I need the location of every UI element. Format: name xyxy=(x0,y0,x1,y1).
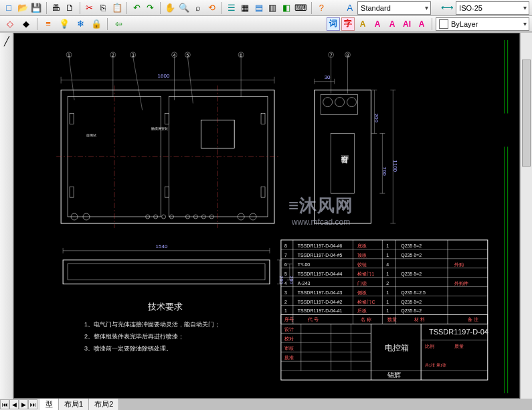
svg-text:1: 1 xyxy=(284,308,287,313)
layer-color-dropdown[interactable]: ByLayer xyxy=(436,17,529,31)
help-icon[interactable]: ? xyxy=(315,1,328,15)
svg-text:门锁: 门锁 xyxy=(358,281,367,286)
tool-palettes-icon[interactable]: ▤ xyxy=(252,1,265,15)
plot-preview-icon[interactable]: 🗋 xyxy=(64,1,76,15)
svg-text:5: 5 xyxy=(284,272,287,276)
tab-first-icon[interactable]: ⏮ xyxy=(0,399,9,409)
design-center-icon[interactable]: ▦ xyxy=(239,1,252,15)
svg-rect-5 xyxy=(70,187,74,197)
svg-text:6: 6 xyxy=(284,262,287,267)
svg-text:1: 1 xyxy=(68,53,70,58)
svg-text:质量: 质量 xyxy=(454,344,464,348)
svg-point-14 xyxy=(162,215,166,219)
svg-text:TSSDR1197-D-04-#3: TSSDR1197-D-04-#3 xyxy=(298,290,343,295)
svg-text:外购件: 外购件 xyxy=(454,281,468,286)
svg-text:Q235  δ=2.5: Q235 δ=2.5 xyxy=(401,290,426,296)
svg-text:4: 4 xyxy=(284,281,287,286)
svg-text:自测试: 自测试 xyxy=(86,133,96,137)
vertical-scrollbar[interactable] xyxy=(520,33,532,399)
left-toolbar: ╱ xyxy=(0,33,13,399)
svg-rect-8 xyxy=(261,114,265,124)
svg-text:1600: 1600 xyxy=(158,73,170,79)
tab-prev-icon[interactable]: ◀ xyxy=(9,399,19,409)
layer-off-icon[interactable]: ◆ xyxy=(19,17,33,31)
zoom-realtime-icon[interactable]: 🔍 xyxy=(178,1,191,15)
save-icon[interactable]: 💾 xyxy=(30,1,43,15)
zoom-prev-icon[interactable]: ⟲ xyxy=(205,1,218,15)
svg-text:序号: 序号 xyxy=(284,317,294,322)
a1-button[interactable]: A xyxy=(371,17,384,31)
svg-text:TSSDR1197-D-04: TSSDR1197-D-04 xyxy=(429,328,489,336)
a3-button[interactable]: AI xyxy=(400,17,414,31)
tab-layout1[interactable]: 布局1 xyxy=(59,399,89,410)
svg-text:顶板: 顶板 xyxy=(358,253,367,258)
freeze-icon[interactable]: ❄ xyxy=(73,17,88,31)
svg-text:200: 200 xyxy=(373,114,379,123)
undo-icon[interactable]: ↶ xyxy=(130,1,143,15)
qcalc-icon[interactable]: ⌨ xyxy=(294,1,308,15)
svg-text:8: 8 xyxy=(284,243,287,248)
stack-a-button[interactable]: A xyxy=(356,17,369,31)
copy-icon[interactable]: ⎘ xyxy=(97,1,110,15)
layer-prev-icon[interactable]: ⇦ xyxy=(111,17,126,31)
scrollbar-thumb[interactable] xyxy=(522,60,531,167)
tab-next-icon[interactable]: ▶ xyxy=(19,399,28,409)
tab-last-icon[interactable]: ⏭ xyxy=(28,399,37,409)
dim-style-dropdown[interactable]: ISO-25 xyxy=(456,1,529,15)
a4-button[interactable]: A xyxy=(415,17,428,31)
redo-icon[interactable]: ↷ xyxy=(145,1,157,15)
svg-text:2、整体组装件表完毕后再进行喷漆；: 2、整体组装件表完毕后再进行喷漆； xyxy=(84,333,184,340)
tab-model[interactable]: 型 xyxy=(40,399,59,410)
svg-point-28 xyxy=(335,98,345,107)
text-style-dropdown[interactable]: Standard xyxy=(357,1,431,15)
lock-icon[interactable]: 🔒 xyxy=(89,17,104,31)
svg-text:Q235  δ=2: Q235 δ=2 xyxy=(401,308,422,314)
svg-text:260: 260 xyxy=(289,276,294,284)
light-icon[interactable]: 💡 xyxy=(57,17,72,31)
svg-text:5: 5 xyxy=(186,53,189,58)
tab-layout2[interactable]: 布局2 xyxy=(89,399,119,410)
svg-text:1: 1 xyxy=(386,243,389,248)
svg-text:TSSDR1197-D-04-#4: TSSDR1197-D-04-#4 xyxy=(298,272,343,276)
layer-icon[interactable]: ◇ xyxy=(3,17,17,31)
title-block: 8TSSDR1197-D-04-#6底板1Q235 δ=27TSSDR1197-… xyxy=(281,240,489,380)
dim-style-icon[interactable]: ⟷ xyxy=(440,1,454,15)
text-style-icon[interactable]: A xyxy=(344,1,357,15)
svg-text:1540: 1540 xyxy=(156,243,168,249)
svg-text:铰链: 铰链 xyxy=(357,262,367,268)
svg-text:TSSDR1197-D-04-#1: TSSDR1197-D-04-#1 xyxy=(298,308,343,313)
new-icon[interactable]: □ xyxy=(3,1,15,15)
a2-button[interactable]: A xyxy=(385,17,399,31)
svg-rect-78 xyxy=(63,260,270,284)
drawing-viewport[interactable]: 打百叶窗 30 200 700 1100 1600 1 2 3 xyxy=(13,33,520,399)
line-icon[interactable]: ╱ xyxy=(0,34,14,47)
svg-text:6: 6 xyxy=(240,53,242,58)
svg-text:代  号: 代 号 xyxy=(307,317,319,322)
pan-icon[interactable]: ✋ xyxy=(164,1,177,15)
svg-text:260: 260 xyxy=(279,276,284,284)
svg-text:Q235  δ=2: Q235 δ=2 xyxy=(401,300,422,305)
ci-button[interactable]: 词 xyxy=(327,17,340,31)
open-icon[interactable]: 📂 xyxy=(17,1,29,15)
cut-icon[interactable]: ✂ xyxy=(84,1,96,15)
svg-point-27 xyxy=(323,98,333,107)
svg-text:7: 7 xyxy=(330,53,333,58)
layer-states-icon[interactable]: ≡ xyxy=(41,17,56,31)
svg-line-52 xyxy=(69,57,74,100)
svg-text:外购: 外购 xyxy=(454,262,464,267)
properties-icon[interactable]: ☰ xyxy=(225,1,238,15)
svg-text:Q235  δ=2: Q235 δ=2 xyxy=(401,243,422,249)
paste-icon[interactable]: 📋 xyxy=(111,1,124,15)
sheet-set-icon[interactable]: ▥ xyxy=(266,1,279,15)
zoom-window-icon[interactable]: ⌕ xyxy=(191,1,204,15)
svg-rect-6 xyxy=(165,114,169,124)
svg-point-29 xyxy=(347,98,357,107)
svg-rect-25 xyxy=(315,90,371,223)
svg-line-56 xyxy=(133,57,143,110)
svg-text:锦辉: 锦辉 xyxy=(387,371,401,379)
svg-text:3: 3 xyxy=(284,290,287,295)
markup-icon[interactable]: ◧ xyxy=(280,1,293,15)
zi-button[interactable]: 字 xyxy=(341,17,355,31)
print-icon[interactable]: 🖶 xyxy=(50,1,63,15)
svg-text:A-243: A-243 xyxy=(298,281,311,286)
